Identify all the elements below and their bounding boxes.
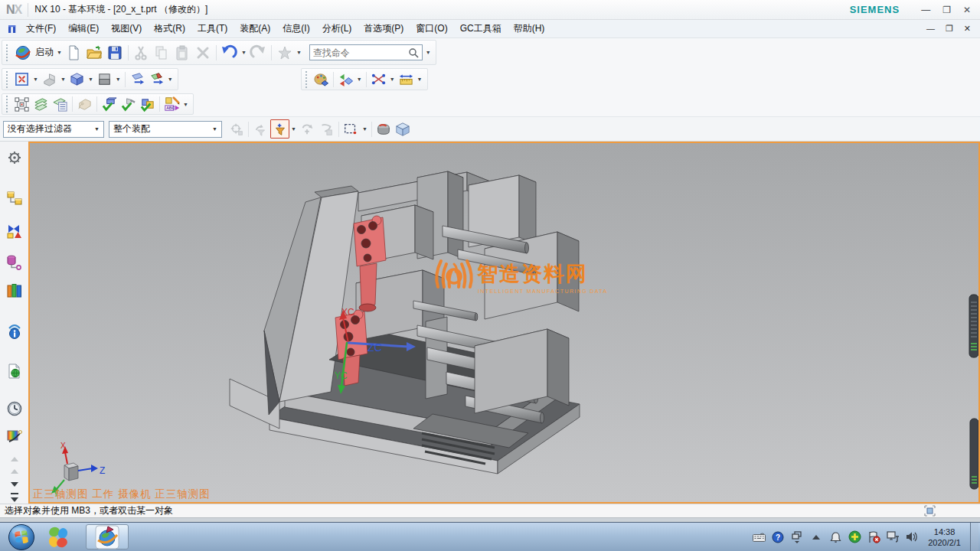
- move-component-icon[interactable]: [12, 95, 31, 114]
- show-desktop-button[interactable]: [970, 523, 978, 551]
- assembly-navigator-icon[interactable]: [5, 188, 24, 207]
- watermark-title: 智造资料网: [476, 262, 588, 285]
- history-clock-icon[interactable]: [5, 399, 24, 418]
- scroll-down-double-icon[interactable]: [5, 491, 24, 504]
- section-dropdown-caret[interactable]: ▼: [168, 77, 173, 82]
- search-icon[interactable]: [408, 47, 419, 58]
- menu-file[interactable]: 文件(F): [20, 20, 62, 37]
- measure-dropdown-caret[interactable]: ▼: [417, 77, 423, 82]
- toolbar-drag-handle[interactable]: [6, 71, 9, 88]
- child-restore-button[interactable]: ❐: [946, 24, 953, 34]
- edit-section-icon[interactable]: [147, 70, 166, 89]
- menu-format[interactable]: 格式(R): [148, 20, 191, 37]
- toolbar-drag-handle[interactable]: [6, 96, 9, 112]
- layer-list-icon[interactable]: [51, 95, 70, 114]
- menu-view[interactable]: 视图(V): [105, 20, 148, 37]
- part-navigator-icon[interactable]: [5, 253, 24, 272]
- undo-icon[interactable]: [219, 42, 240, 63]
- action-center-flag-icon[interactable]: [867, 530, 880, 544]
- menu-analysis[interactable]: 分析(L): [316, 20, 358, 37]
- highlight-filter-icon[interactable]: [270, 119, 289, 139]
- transparent-cube-icon[interactable]: [394, 119, 413, 139]
- start-menu-label[interactable]: 启动: [35, 46, 54, 59]
- toolbar-drag-handle[interactable]: [305, 71, 309, 88]
- pinwheel-app-icon[interactable]: [40, 523, 77, 551]
- orient-view-icon[interactable]: [40, 70, 59, 89]
- touch-dropdown-caret[interactable]: ▼: [296, 50, 302, 55]
- menu-gc-toolbox[interactable]: GC工具箱: [454, 20, 508, 37]
- undo-dropdown-caret[interactable]: ▼: [241, 50, 247, 55]
- edit-object-display-icon[interactable]: [336, 70, 355, 89]
- scroll-down-icon[interactable]: [5, 480, 24, 491]
- style-dropdown-caret[interactable]: ▼: [116, 77, 121, 82]
- constraint-navigator-icon[interactable]: [5, 221, 24, 240]
- notification-bell-icon[interactable]: [828, 530, 842, 544]
- show-hidden-icons[interactable]: [809, 530, 823, 544]
- roles-gear-icon[interactable]: [5, 148, 24, 167]
- start-button[interactable]: [3, 523, 40, 551]
- materials-palette-icon[interactable]: [5, 425, 24, 445]
- reuse-library-icon[interactable]: [5, 282, 24, 301]
- search-dropdown-caret[interactable]: ▼: [426, 50, 431, 55]
- layer-settings-icon[interactable]: [31, 95, 51, 114]
- orient-dropdown-caret[interactable]: ▼: [60, 77, 66, 82]
- menu-preferences[interactable]: 首选项(P): [358, 20, 410, 37]
- restore-button[interactable]: ❐: [942, 5, 951, 15]
- close-button[interactable]: ✕: [963, 5, 971, 15]
- true-shading-icon[interactable]: [312, 70, 331, 89]
- filter-dropdown-caret[interactable]: ▼: [291, 126, 296, 132]
- show-constraints-icon[interactable]: [138, 95, 157, 114]
- menu-information[interactable]: 信息(I): [276, 20, 315, 37]
- taskbar-clock[interactable]: 14:38 2020/2/1: [928, 527, 961, 548]
- minimize-button[interactable]: —: [921, 5, 930, 15]
- fit-view-icon[interactable]: [12, 70, 31, 89]
- menu-window[interactable]: 窗口(O): [410, 20, 453, 37]
- isometric-view-icon[interactable]: [67, 70, 87, 89]
- marquee-dropdown-caret[interactable]: ▼: [362, 126, 368, 132]
- menu-help[interactable]: 帮助(H): [508, 20, 551, 37]
- datum-display-icon[interactable]: [369, 70, 388, 89]
- child-close-button[interactable]: ✕: [964, 24, 971, 34]
- assembly-constraints-icon[interactable]: [100, 95, 119, 114]
- web-browser-icon[interactable]: [5, 322, 24, 341]
- open-file-icon[interactable]: [84, 42, 105, 63]
- scroll-handle-lower[interactable]: [970, 419, 978, 489]
- marquee-select-icon[interactable]: [341, 119, 361, 139]
- speaker-icon[interactable]: [905, 530, 919, 544]
- nx-taskbar-button[interactable]: [86, 524, 129, 549]
- assembly-sequence-icon[interactable]: ABC: [162, 95, 181, 114]
- sequence-dropdown-caret[interactable]: ▼: [183, 102, 188, 107]
- search-input[interactable]: [313, 47, 408, 58]
- help-icon[interactable]: ?: [771, 530, 785, 544]
- launch-icon[interactable]: [12, 42, 33, 63]
- menu-tools[interactable]: 工具(T): [191, 20, 234, 37]
- fit-dropdown-caret[interactable]: ▼: [33, 77, 38, 82]
- window-resize-icon[interactable]: [924, 505, 936, 517]
- chevron-down-icon: ▼: [92, 126, 102, 132]
- child-minimize-button[interactable]: —: [926, 24, 935, 34]
- display-dropdown-caret[interactable]: ▼: [357, 77, 362, 82]
- new-file-icon[interactable]: [64, 42, 84, 63]
- menu-edit[interactable]: 编辑(E): [62, 20, 105, 37]
- window-switch-icon[interactable]: [790, 530, 804, 544]
- antivirus-icon[interactable]: [848, 530, 861, 544]
- menu-assemblies[interactable]: 装配(A): [234, 20, 276, 37]
- keyboard-icon[interactable]: [752, 530, 766, 544]
- history-palette-icon[interactable]: [5, 361, 24, 380]
- shaded-object-icon[interactable]: [374, 119, 394, 139]
- clip-section-icon[interactable]: [128, 70, 147, 89]
- save-icon[interactable]: [105, 42, 126, 63]
- start-dropdown-caret[interactable]: ▼: [57, 50, 62, 55]
- selection-scope-dropdown[interactable]: 整个装配 ▼: [109, 121, 222, 138]
- toolbar-drag-handle[interactable]: [6, 44, 9, 61]
- view-dropdown-caret[interactable]: ▼: [88, 77, 93, 82]
- graphics-window[interactable]: XC ZC YC X Z Y 正三轴测图 工作 摄像机 正三轴: [28, 142, 980, 504]
- measure-distance-icon[interactable]: [397, 70, 416, 89]
- scroll-handle-upper[interactable]: [969, 295, 978, 357]
- datum-dropdown-caret[interactable]: ▼: [390, 77, 395, 82]
- mate-assembly-icon[interactable]: [119, 95, 138, 114]
- render-style-icon[interactable]: [95, 70, 114, 89]
- clock-time: 14:38: [928, 527, 961, 537]
- selection-filter-dropdown[interactable]: 没有选择过滤器 ▼: [3, 121, 104, 138]
- network-icon[interactable]: [886, 530, 900, 544]
